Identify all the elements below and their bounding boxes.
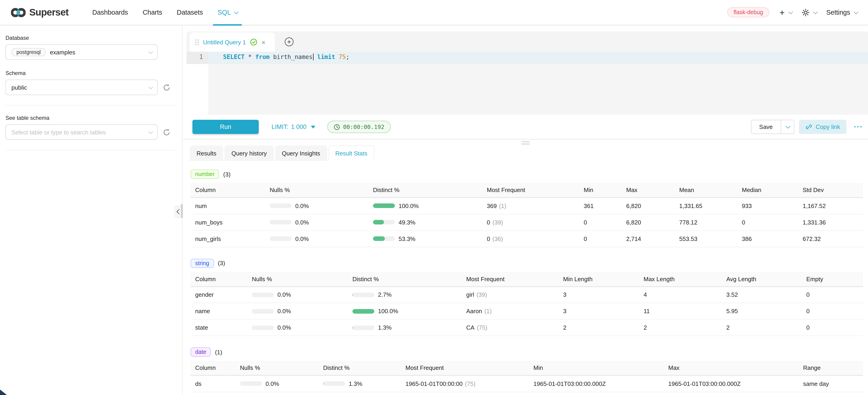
- new-item-menu[interactable]: +: [780, 8, 792, 17]
- query-editor-tab[interactable]: Untitled Query 1 ×: [190, 32, 275, 52]
- table-row: gender 0.0% 2.7% girl(39) 34 3.520: [191, 286, 863, 303]
- new-query-tab-button[interactable]: +: [285, 37, 293, 46]
- sidebar-divider: [5, 150, 175, 150]
- result-stats-content: number (3) ColumnNulls % Distinct %Most …: [183, 170, 868, 392]
- query-tab-title: Untitled Query 1: [203, 39, 246, 45]
- table-header-row: ColumnNulls % Distinct %Most Frequent Mi…: [191, 361, 863, 375]
- chevron-down-icon: [788, 9, 793, 14]
- schema-select[interactable]: public: [5, 80, 158, 95]
- pane-resize-handle[interactable]: [183, 140, 868, 145]
- nav-datasets[interactable]: Datasets: [169, 0, 210, 25]
- brand-name: Superset: [29, 7, 68, 18]
- table-schema-label: See table schema: [5, 115, 176, 121]
- sqllab-main-panel: Untitled Query 1 × + 1 SELECT * from bir…: [183, 26, 868, 395]
- save-split-button: Save: [751, 120, 794, 134]
- refresh-schemas-icon[interactable]: [163, 84, 170, 91]
- sqllab-left-panel: Database postgresql examples Schema publ…: [0, 26, 182, 395]
- number-type-badge: number: [191, 170, 219, 179]
- query-timer: 00:00:00.192: [327, 121, 391, 133]
- table-row: num 0.0% 100.0% 369(1) 3616,820 1,331.65…: [191, 198, 863, 214]
- number-stats-section: number (3) ColumnNulls % Distinct %Most …: [191, 170, 863, 247]
- nav-charts[interactable]: Charts: [135, 0, 169, 25]
- query-editor-tabbar: Untitled Query 1 × +: [186, 32, 868, 52]
- link-icon: [805, 123, 812, 130]
- string-type-badge: string: [191, 259, 214, 268]
- tab-results[interactable]: Results: [190, 145, 223, 161]
- table-row: ds 0.0% 1.3% 1965-01-01T00:00:00(75) 196…: [191, 375, 863, 392]
- database-engine-tag: postgresql: [11, 48, 46, 56]
- close-tab-icon[interactable]: ×: [261, 39, 266, 45]
- resize-grip-icon: [521, 141, 530, 145]
- string-stats-section: string (3) ColumnNulls % Distinct %Most …: [191, 259, 863, 336]
- table-row: num_girls 0.0% 53.3% 0(36) 02,714 553.53…: [191, 231, 863, 247]
- superset-sql-lab: Superset Dashboards Charts Datasets SQL …: [0, 0, 868, 395]
- copy-link-button[interactable]: Copy link: [799, 120, 846, 134]
- chevron-down-icon: [854, 9, 859, 14]
- environment-badge: flask-debug: [727, 7, 770, 18]
- save-button[interactable]: Save: [751, 120, 780, 133]
- nav-sql[interactable]: SQL: [210, 0, 245, 25]
- database-value: examples: [50, 49, 75, 56]
- date-stats-section: date (1) ColumnNulls % Distinct %Most Fr…: [191, 347, 863, 392]
- result-tabbar: Results Query history Query Insights Res…: [183, 145, 868, 161]
- schema-label: Schema: [5, 70, 176, 77]
- superset-logo[interactable]: Superset: [11, 6, 68, 19]
- limit-dropdown[interactable]: LIMIT: 1 000: [272, 123, 315, 130]
- table-row: name 0.0% 100.0% Aaron(1) 311 5.950: [191, 303, 863, 320]
- tab-query-history[interactable]: Query history: [225, 145, 274, 161]
- chevron-down-icon: [234, 9, 239, 14]
- save-options-caret[interactable]: [780, 120, 794, 133]
- refresh-tables-icon[interactable]: [163, 128, 170, 136]
- timer-value: 00:00:00.192: [343, 123, 384, 130]
- line-number: 1: [186, 52, 209, 64]
- top-navbar: Superset Dashboards Charts Datasets SQL …: [0, 0, 868, 26]
- string-stats-table: ColumnNulls % Distinct %Most Frequent Mi…: [191, 272, 863, 336]
- toolbar-right: Save Copy link ···: [751, 120, 863, 134]
- settings-menu[interactable]: Settings: [826, 9, 857, 16]
- table-row: num_boys 0.0% 49.3% 0(39) 06,820 778.120…: [191, 214, 863, 231]
- editor-empty-area[interactable]: [209, 64, 868, 115]
- sql-code-editor[interactable]: 1 SELECT * from birth_names limit 75;: [186, 52, 868, 115]
- tab-result-stats[interactable]: Result Stats: [329, 145, 374, 161]
- chevron-down-icon: [813, 9, 817, 14]
- sql-code-line[interactable]: SELECT * from birth_names limit 75;: [209, 52, 868, 64]
- panel-scrollbar-thumb[interactable]: [181, 204, 183, 218]
- sql-toolbar: Run LIMIT: 1 000 00:00:00.192 Save: [183, 115, 868, 140]
- more-actions-button[interactable]: ···: [854, 122, 863, 131]
- chevron-down-icon: [149, 49, 153, 54]
- superset-infinity-icon: [11, 6, 26, 19]
- plus-icon: +: [287, 38, 291, 45]
- drag-handle-icon[interactable]: [195, 39, 199, 45]
- string-column-count: (3): [218, 260, 225, 267]
- chevron-down-icon: [149, 84, 153, 89]
- chevron-down-icon: [786, 124, 790, 128]
- editor-gutter: [186, 64, 209, 115]
- clock-icon: [334, 124, 340, 130]
- table-header-row: ColumnNulls % Distinct %Most Frequent Mi…: [191, 272, 863, 286]
- caret-down-icon: [311, 125, 315, 128]
- number-stats-table: ColumnNulls % Distinct %Most Frequent Mi…: [191, 183, 863, 247]
- table-select[interactable]: Select table or type to search tables: [5, 124, 158, 140]
- nav-dashboards[interactable]: Dashboards: [85, 0, 135, 25]
- sidebar-divider: [5, 105, 175, 105]
- number-column-count: (3): [223, 171, 230, 178]
- table-row: state 0.0% 1.3% CA(75) 22 20: [191, 320, 863, 336]
- database-select[interactable]: postgresql examples: [5, 44, 158, 60]
- database-label: Database: [5, 35, 176, 41]
- tab-query-insights[interactable]: Query Insights: [275, 145, 327, 161]
- table-select-placeholder: Select table or type to search tables: [11, 129, 106, 135]
- date-column-count: (1): [215, 348, 222, 356]
- main-menu: Dashboards Charts Datasets SQL: [85, 0, 245, 25]
- query-success-check-icon: [250, 38, 257, 46]
- date-stats-table: ColumnNulls % Distinct %Most Frequent Mi…: [191, 361, 863, 392]
- plus-icon: +: [780, 8, 784, 17]
- sun-icon: [802, 8, 809, 16]
- table-header-row: ColumnNulls % Distinct %Most Frequent Mi…: [191, 183, 863, 198]
- theme-menu[interactable]: [802, 8, 816, 16]
- run-button[interactable]: Run: [192, 120, 259, 134]
- chevron-down-icon: [149, 129, 153, 134]
- date-type-badge: date: [191, 347, 211, 357]
- schema-value: public: [11, 84, 27, 91]
- navbar-right: flask-debug + Settings: [727, 7, 857, 18]
